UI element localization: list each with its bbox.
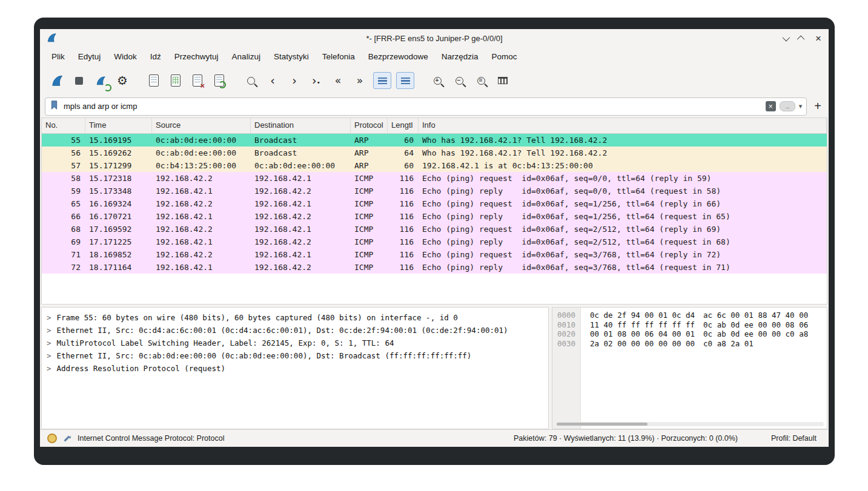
minimize-button[interactable] <box>783 33 790 41</box>
hex-row[interactable]: 001011 40 ff ff ff ff ff ff0c ab 0d ee 0… <box>552 320 827 330</box>
detail-line[interactable]: >Address Resolution Protocol (request) <box>47 362 543 375</box>
restart-capture-icon[interactable] <box>92 72 109 89</box>
cell-length: 116 <box>388 223 419 236</box>
menu-telefonia[interactable]: Telefonia <box>316 49 362 64</box>
start-capture-icon[interactable] <box>48 72 65 89</box>
menu-narzedzia[interactable]: Narzędzia <box>435 49 485 64</box>
filter-dropdown-icon[interactable]: ▾ <box>799 102 803 110</box>
menu-przechwytuj[interactable]: Przechwytuj <box>168 49 225 64</box>
display-filter-field[interactable]: × → ▾ <box>45 97 807 116</box>
cell-no: 58 <box>42 172 85 185</box>
scrollbar-handle[interactable] <box>557 423 648 426</box>
apply-filter-icon[interactable]: → <box>780 101 795 111</box>
normal-size-icon[interactable]: = <box>472 72 489 89</box>
table-row[interactable]: 69 17.171225 192.168.42.1 192.168.42.2 I… <box>42 236 827 248</box>
resize-columns-icon[interactable] <box>494 72 511 89</box>
close-file-icon[interactable]: × <box>189 72 206 89</box>
packet-bytes-pane: 00000c de 2f 94 00 01 0c d4ac 6c 00 01 8… <box>552 307 827 429</box>
window-frame: *- [FRR-PE ens5 to Juniper-P ge-0/0/0] ×… <box>34 18 835 465</box>
hex-offset: 0030 <box>552 339 580 349</box>
menu-plik[interactable]: Plik <box>45 49 71 64</box>
goto-packet-icon[interactable]: ›• <box>308 72 325 89</box>
col-time[interactable]: Time <box>85 118 152 133</box>
maximize-button[interactable] <box>797 35 805 43</box>
packet-list-header: No. Time Source Destination Protocol Len… <box>42 118 827 134</box>
table-row[interactable]: 71 18.169852 192.168.42.2 192.168.42.1 I… <box>42 248 827 261</box>
col-no[interactable]: No. <box>42 118 85 133</box>
table-row[interactable]: 57 15.171299 0c:b4:13:25:00:00 0c:ab:0d:… <box>42 159 827 172</box>
table-row[interactable]: 55 15.169195 0c:ab:0d:ee:00:00 Broadcast… <box>42 134 827 147</box>
expander-icon[interactable]: > <box>47 313 51 322</box>
packet-list: No. Time Source Destination Protocol Len… <box>41 117 827 305</box>
cell-length: 116 <box>388 236 419 248</box>
expander-icon[interactable]: > <box>47 338 51 348</box>
detail-line[interactable]: >Ethernet II, Src: 0c:d4:ac:6c:00:01 (0c… <box>47 324 543 337</box>
first-packet-icon[interactable]: « <box>330 72 346 89</box>
display-filter-input[interactable] <box>62 101 762 111</box>
detail-line[interactable]: >MultiProtocol Label Switching Header, L… <box>47 337 543 349</box>
table-row[interactable]: 58 15.172318 192.168.42.2 192.168.42.1 I… <box>42 172 827 185</box>
col-source[interactable]: Source <box>152 118 251 133</box>
cell-protocol: ARP <box>351 147 388 159</box>
col-length[interactable]: Lengtl <box>388 118 419 133</box>
zoom-out-icon[interactable]: − <box>451 72 468 89</box>
table-row[interactable]: 65 16.169324 192.168.42.2 192.168.42.1 I… <box>42 197 827 210</box>
colorize-toggle[interactable] <box>396 72 414 89</box>
menu-edytuj[interactable]: Edytuj <box>71 49 108 64</box>
detail-text: Address Resolution Protocol (request) <box>57 364 225 373</box>
hex-row[interactable]: 002000 01 08 00 06 04 00 010c ab 0d ee 0… <box>552 329 827 339</box>
capture-options-icon[interactable]: ⚙ <box>114 72 131 89</box>
hex-row[interactable]: 00000c de 2f 94 00 01 0c d4ac 6c 00 01 8… <box>552 311 827 320</box>
table-row[interactable]: 68 17.169592 192.168.42.2 192.168.42.1 I… <box>42 223 827 236</box>
save-file-icon[interactable] <box>167 72 184 89</box>
cell-protocol: ICMP <box>351 261 388 274</box>
open-file-icon[interactable] <box>145 72 162 89</box>
auto-scroll-toggle[interactable] <box>373 72 391 89</box>
table-row[interactable]: 56 15.169262 0c:ab:0d:ee:00:00 Broadcast… <box>42 147 827 159</box>
packet-details-pane: >Frame 55: 60 bytes on wire (480 bits), … <box>41 307 549 429</box>
last-packet-icon[interactable]: » <box>351 72 368 89</box>
cell-source: 192.168.42.1 <box>152 236 251 248</box>
detail-line[interactable]: >Ethernet II, Src: 0c:ab:0d:ee:00:00 (0c… <box>47 349 543 362</box>
cell-no: 71 <box>42 248 85 261</box>
previous-packet-icon[interactable]: ‹ <box>264 72 281 89</box>
cell-length: 116 <box>388 172 419 185</box>
capture-comment-icon[interactable] <box>63 434 71 443</box>
add-filter-button[interactable]: + <box>812 99 824 113</box>
close-button[interactable]: × <box>815 33 821 44</box>
clear-filter-icon[interactable]: × <box>766 101 776 111</box>
title-bar[interactable]: *- [FRR-PE ens5 to Juniper-P ge-0/0/0] × <box>40 29 829 47</box>
cell-time: 15.171299 <box>85 159 152 172</box>
horizontal-scrollbar[interactable] <box>555 422 824 426</box>
hex-bytes: 11 40 ff ff ff ff ff ff <box>590 320 695 330</box>
zoom-in-icon[interactable]: + <box>429 72 446 89</box>
col-destination[interactable]: Destination <box>251 118 351 133</box>
expert-info-icon[interactable] <box>47 433 57 443</box>
stop-capture-icon[interactable] <box>70 72 87 89</box>
table-row[interactable]: 66 16.170721 192.168.42.1 192.168.42.2 I… <box>42 210 827 223</box>
menu-widok[interactable]: Widok <box>107 49 144 64</box>
expander-icon[interactable]: > <box>47 351 51 360</box>
next-packet-icon[interactable]: › <box>286 72 303 89</box>
detail-line[interactable]: >Frame 55: 60 bytes on wire (480 bits), … <box>47 311 543 324</box>
menu-bezprzewodowe[interactable]: Bezprzewodowe <box>362 49 435 64</box>
table-row[interactable]: 72 18.171164 192.168.42.1 192.168.42.2 I… <box>42 261 827 274</box>
menu-pomoc[interactable]: Pomoc <box>485 49 524 64</box>
bookmark-icon[interactable] <box>50 100 59 113</box>
col-info[interactable]: Info <box>419 118 827 133</box>
menu-analizuj[interactable]: Analizuj <box>225 49 267 64</box>
col-protocol[interactable]: Protocol <box>351 118 388 133</box>
reload-file-icon[interactable] <box>211 72 228 89</box>
menu-statystyki[interactable]: Statystyki <box>267 49 316 64</box>
cell-destination: 192.168.42.2 <box>251 261 351 274</box>
cell-time: 16.170721 <box>85 210 152 223</box>
menu-idz[interactable]: Idź <box>144 49 168 64</box>
table-row[interactable]: 59 15.173348 192.168.42.1 192.168.42.2 I… <box>42 185 827 197</box>
expander-icon[interactable]: > <box>47 326 51 335</box>
cell-destination: 192.168.42.1 <box>251 248 351 261</box>
expander-icon[interactable]: > <box>47 364 51 373</box>
status-profile[interactable]: Profil: Default <box>771 434 817 443</box>
hex-row[interactable]: 00302a 02 00 00 00 00 00 00c0 a8 2a 01 <box>552 339 827 349</box>
find-packet-icon[interactable] <box>242 72 259 89</box>
cell-info: Echo (ping) request id=0x06af, seq=1/256… <box>419 197 827 210</box>
